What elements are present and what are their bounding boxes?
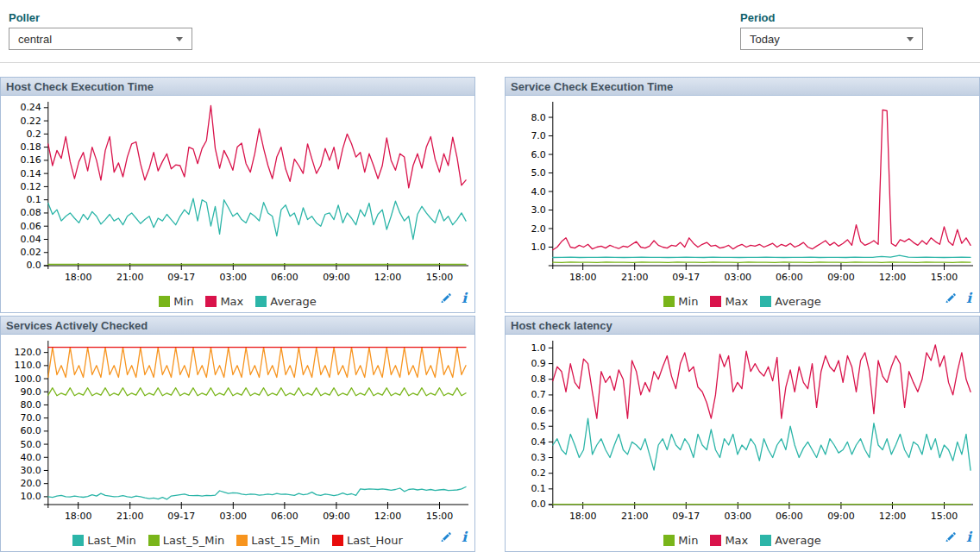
info-icon[interactable]: i (462, 292, 467, 304)
svg-text:21:00: 21:00 (621, 511, 649, 522)
svg-text:0.14: 0.14 (20, 168, 41, 179)
svg-text:7.0: 7.0 (531, 130, 545, 141)
period-label: Period (740, 11, 775, 24)
svg-text:03:00: 03:00 (220, 511, 248, 522)
svg-text:120.0: 120.0 (14, 347, 41, 358)
info-icon[interactable]: i (966, 531, 971, 543)
svg-text:21:00: 21:00 (621, 272, 649, 283)
svg-text:1.0: 1.0 (531, 242, 545, 253)
svg-text:15:00: 15:00 (931, 511, 958, 522)
edit-icon[interactable] (440, 531, 452, 543)
chart-legend: MinMaxAverage i (506, 529, 979, 551)
svg-text:06:00: 06:00 (271, 511, 298, 522)
legend-label: Min (678, 534, 698, 547)
panel-services-actively-checked: Services Actively Checked 10.020.030.040… (0, 316, 475, 552)
svg-text:0.12: 0.12 (20, 181, 41, 192)
legend-swatch (205, 296, 217, 307)
legend-swatch (710, 535, 721, 546)
svg-text:0.6: 0.6 (531, 405, 545, 417)
svg-text:09-17: 09-17 (167, 272, 195, 283)
svg-text:0.16: 0.16 (20, 154, 41, 166)
svg-text:06:00: 06:00 (271, 272, 298, 283)
legend-swatch (663, 535, 675, 546)
panel-title: Service Check Execution Time (506, 78, 979, 96)
svg-text:15:00: 15:00 (931, 272, 958, 283)
svg-text:09:00: 09:00 (323, 511, 350, 522)
edit-icon[interactable] (945, 292, 957, 304)
svg-text:0.1: 0.1 (26, 194, 41, 205)
legend-label: Min (173, 295, 193, 308)
svg-text:12:00: 12:00 (879, 272, 907, 283)
chart-canvas: 0.00.020.040.060.080.10.120.140.160.180.… (1, 96, 474, 290)
legend-swatch (710, 296, 721, 307)
poller-select[interactable]: central (9, 28, 192, 50)
chevron-down-icon (907, 37, 914, 41)
svg-text:09-17: 09-17 (672, 511, 700, 522)
svg-text:0.0: 0.0 (26, 260, 41, 271)
edit-icon[interactable] (440, 292, 452, 304)
edit-icon[interactable] (945, 531, 957, 543)
period-select[interactable]: Today (740, 28, 923, 50)
chart-legend: MinMaxAverage i (506, 290, 979, 312)
chevron-down-icon (176, 37, 183, 41)
svg-text:6.0: 6.0 (531, 149, 545, 160)
info-icon[interactable]: i (966, 292, 971, 304)
legend-label: Max (220, 295, 243, 308)
legend-item-last_hour: Last_Hour (332, 534, 403, 547)
legend-label: Min (678, 295, 698, 308)
svg-text:3.0: 3.0 (531, 204, 545, 216)
svg-text:4.0: 4.0 (531, 186, 545, 198)
svg-text:12:00: 12:00 (879, 511, 907, 522)
legend-swatch (72, 535, 84, 546)
svg-text:18:00: 18:00 (65, 511, 92, 522)
panel-service-check-execution-time: Service Check Execution Time 1.02.03.04.… (505, 77, 980, 313)
legend-item-last_min: Last_Min (72, 534, 136, 547)
svg-text:03:00: 03:00 (220, 272, 248, 283)
svg-text:60.0: 60.0 (20, 425, 41, 436)
svg-text:21:00: 21:00 (116, 511, 144, 522)
svg-text:50.0: 50.0 (20, 439, 41, 450)
panel-host-check-latency: Host check latency 0.00.10.20.30.40.50.6… (505, 316, 980, 552)
svg-text:30.0: 30.0 (20, 465, 41, 476)
svg-text:0.24: 0.24 (20, 102, 41, 113)
svg-text:1.0: 1.0 (531, 342, 545, 354)
svg-text:0.04: 0.04 (20, 234, 41, 245)
poller-selected-value: central (18, 33, 52, 46)
legend-item-last_5_min: Last_5_Min (148, 534, 224, 547)
legend-item-max: Max (710, 534, 748, 547)
svg-text:0.8: 0.8 (531, 373, 545, 385)
legend-label: Max (725, 534, 748, 547)
legend-label: Last_15_Min (251, 534, 320, 547)
svg-text:21:00: 21:00 (116, 272, 144, 283)
svg-text:03:00: 03:00 (725, 511, 752, 522)
legend-label: Average (775, 534, 820, 547)
svg-text:0.9: 0.9 (531, 358, 545, 369)
svg-text:0.08: 0.08 (20, 207, 41, 218)
svg-text:18:00: 18:00 (569, 511, 597, 522)
svg-text:100.0: 100.0 (14, 373, 41, 385)
legend-item-average: Average (760, 295, 820, 308)
svg-text:12:00: 12:00 (374, 511, 402, 522)
legend-item-last_15_min: Last_15_Min (236, 534, 320, 547)
legend-item-min: Min (159, 295, 193, 308)
svg-text:18:00: 18:00 (65, 272, 92, 283)
svg-text:0.3: 0.3 (531, 452, 545, 463)
panel-title: Host check latency (506, 317, 979, 335)
svg-text:12:00: 12:00 (374, 272, 402, 283)
legend-label: Last_5_Min (163, 534, 224, 547)
legend-swatch (663, 296, 675, 307)
info-icon[interactable]: i (462, 531, 467, 543)
svg-text:20.0: 20.0 (20, 478, 41, 489)
legend-swatch (236, 535, 248, 546)
svg-text:03:00: 03:00 (725, 272, 752, 283)
graph-grid: Host Check Execution Time 0.00.020.040.0… (0, 77, 980, 552)
svg-text:0.2: 0.2 (531, 467, 545, 479)
svg-text:0.06: 0.06 (20, 221, 41, 232)
legend-item-max: Max (205, 295, 243, 308)
svg-text:70.0: 70.0 (20, 412, 41, 423)
panel-title: Host Check Execution Time (1, 78, 474, 96)
svg-text:18:00: 18:00 (569, 272, 597, 283)
svg-text:0.22: 0.22 (20, 116, 41, 127)
svg-text:09:00: 09:00 (827, 511, 855, 522)
legend-item-min: Min (663, 534, 698, 547)
